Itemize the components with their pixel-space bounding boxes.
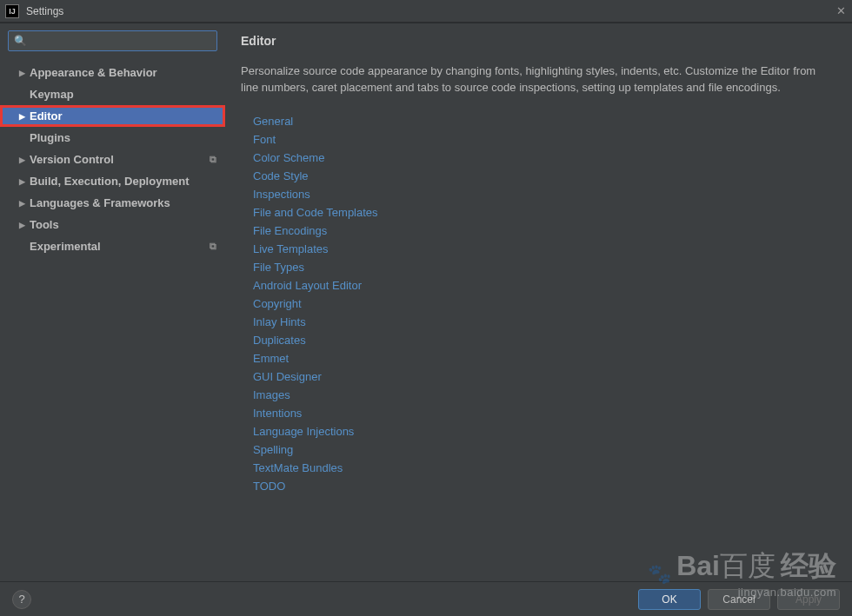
detail-link-live-templates[interactable]: Live Templates — [253, 240, 836, 258]
sidebar-item-label: Appearance & Behavior — [30, 66, 157, 79]
detail-link-gui-designer[interactable]: GUI Designer — [253, 368, 836, 386]
sidebar-item-label: Plugins — [30, 131, 70, 144]
ok-button[interactable]: OK — [638, 589, 701, 610]
content-split: 🔍 ▶Appearance & Behavior▶Keymap▶Editor▶P… — [0, 23, 852, 581]
detail-link-code-style[interactable]: Code Style — [253, 167, 836, 185]
sidebar-item-languages-frameworks[interactable]: ▶Languages & Frameworks — [0, 192, 225, 214]
search-input[interactable] — [30, 35, 211, 47]
detail-pane: Editor Personalize source code appearanc… — [225, 23, 852, 581]
sidebar-item-label: Tools — [30, 218, 59, 231]
settings-sidebar: 🔍 ▶Appearance & Behavior▶Keymap▶Editor▶P… — [0, 23, 225, 581]
detail-link-images[interactable]: Images — [253, 386, 836, 404]
detail-link-general[interactable]: General — [253, 112, 836, 130]
sidebar-item-label: Editor — [30, 109, 63, 123]
chevron-right-icon: ▶ — [17, 69, 26, 77]
sidebar-item-label: Version Control — [30, 153, 114, 166]
titlebar: IJ Settings ✕ — [0, 0, 852, 23]
sidebar-item-label: Languages & Frameworks — [30, 196, 170, 209]
help-button[interactable]: ? — [12, 590, 31, 609]
detail-link-spelling[interactable]: Spelling — [253, 440, 836, 459]
sidebar-item-experimental[interactable]: ▶Experimental⧉ — [0, 235, 225, 257]
detail-link-file-types[interactable]: File Types — [253, 258, 836, 276]
search-field-wrap[interactable]: 🔍 — [8, 30, 217, 51]
chevron-right-icon: ▶ — [17, 112, 26, 121]
apply-button[interactable]: Apply — [777, 589, 840, 610]
detail-link-language-injections[interactable]: Language Injections — [253, 422, 836, 440]
dialog-footer: ? OK Cancel Apply — [0, 581, 852, 616]
detail-link-inlay-hints[interactable]: Inlay Hints — [253, 313, 836, 331]
search-icon: 🔍 — [14, 35, 27, 47]
detail-link-emmet[interactable]: Emmet — [253, 349, 836, 368]
detail-link-file-encodings[interactable]: File Encodings — [253, 222, 836, 240]
detail-link-intentions[interactable]: Intentions — [253, 404, 836, 422]
chevron-right-icon: ▶ — [17, 156, 26, 164]
detail-links: GeneralFontColor SchemeCode StyleInspect… — [253, 112, 836, 495]
sidebar-item-appearance-behavior[interactable]: ▶Appearance & Behavior — [0, 62, 225, 83]
sidebar-item-label: Build, Execution, Deployment — [30, 175, 189, 188]
sidebar-item-build-execution-deployment[interactable]: ▶Build, Execution, Deployment — [0, 170, 225, 192]
chevron-right-icon: ▶ — [17, 177, 26, 186]
detail-link-textmate-bundles[interactable]: TextMate Bundles — [253, 459, 836, 477]
detail-link-copyright[interactable]: Copyright — [253, 295, 836, 313]
detail-link-color-scheme[interactable]: Color Scheme — [253, 149, 836, 167]
detail-link-android-layout-editor[interactable]: Android Layout Editor — [253, 276, 836, 295]
detail-link-duplicates[interactable]: Duplicates — [253, 331, 836, 349]
sidebar-item-tools[interactable]: ▶Tools — [0, 214, 225, 235]
cancel-button[interactable]: Cancel — [708, 589, 770, 610]
project-scope-icon: ⧉ — [210, 154, 216, 165]
close-icon[interactable]: ✕ — [835, 4, 847, 17]
detail-link-file-and-code-templates[interactable]: File and Code Templates — [253, 203, 836, 222]
chevron-right-icon: ▶ — [17, 221, 26, 229]
sidebar-item-version-control[interactable]: ▶Version Control⧉ — [0, 149, 225, 170]
project-scope-icon: ⧉ — [210, 241, 216, 252]
sidebar-item-editor[interactable]: ▶Editor — [0, 105, 225, 127]
detail-link-todo[interactable]: TODO — [253, 477, 836, 495]
chevron-right-icon: ▶ — [17, 199, 26, 208]
detail-link-inspections[interactable]: Inspections — [253, 185, 836, 203]
detail-heading: Editor — [241, 34, 836, 48]
sidebar-item-keymap[interactable]: ▶Keymap — [0, 83, 225, 105]
window-title: Settings — [26, 5, 835, 17]
sidebar-item-label: Experimental — [30, 240, 101, 253]
settings-tree: ▶Appearance & Behavior▶Keymap▶Editor▶Plu… — [0, 62, 225, 257]
detail-description: Personalize source code appearance by ch… — [241, 63, 836, 96]
sidebar-item-plugins[interactable]: ▶Plugins — [0, 127, 225, 149]
sidebar-item-label: Keymap — [30, 88, 74, 101]
app-icon: IJ — [5, 4, 19, 18]
detail-link-font[interactable]: Font — [253, 130, 836, 149]
